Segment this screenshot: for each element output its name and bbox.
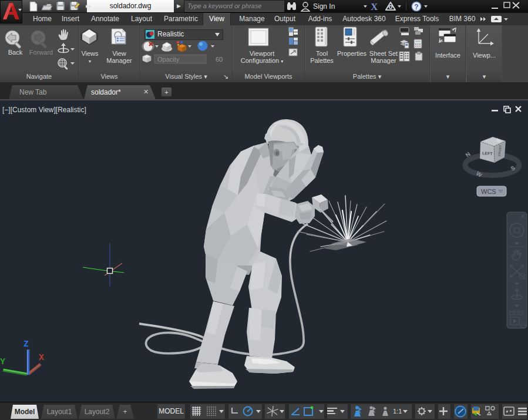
- svg-text:LEFT: LEFT: [482, 151, 493, 156]
- svg-text:Z: Z: [23, 340, 29, 350]
- svg-text:1:1: 1:1: [393, 408, 402, 415]
- svg-text:Y: Y: [0, 357, 5, 367]
- svg-text:X: X: [39, 353, 44, 363]
- svg-text:WCS: WCS: [481, 188, 496, 195]
